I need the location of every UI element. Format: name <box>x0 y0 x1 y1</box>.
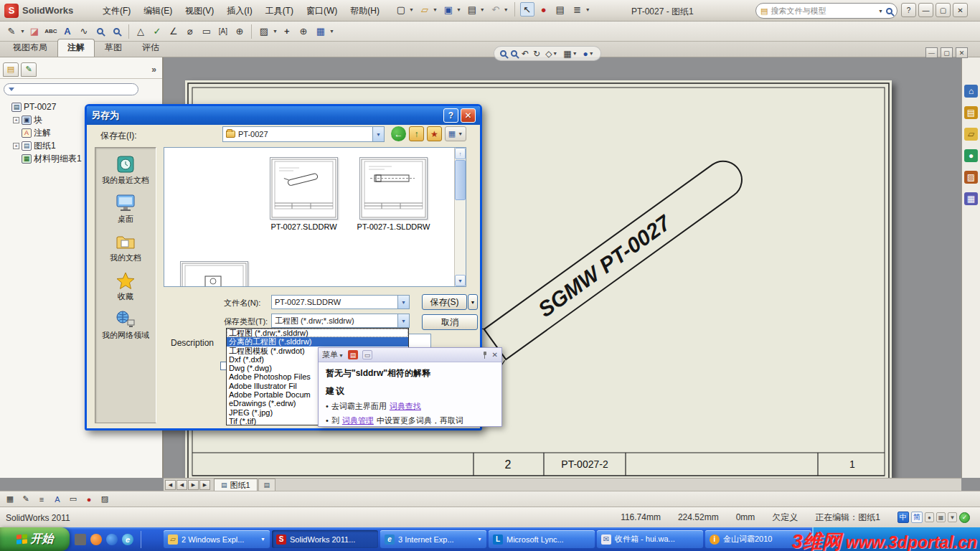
tab-evaluate[interactable]: 评估 <box>132 39 169 57</box>
place-favorites[interactable]: 收藏 <box>97 271 154 301</box>
file-list[interactable]: PT-0027.SLDDRW PT-0027-1.SLDDRW ↑ <box>164 147 466 287</box>
rebuild-button[interactable]: ● <box>537 2 551 17</box>
doc-close-button[interactable]: ✕ <box>956 47 968 58</box>
sheet-tab-active[interactable]: ▤ 图纸1 <box>214 479 258 491</box>
datum-feature-button[interactable]: [A] <box>215 24 231 39</box>
menu-help[interactable]: 帮助(H) <box>344 2 386 20</box>
close-button[interactable]: ✕ <box>953 3 968 17</box>
expander-icon[interactable]: + <box>13 143 19 149</box>
search-input[interactable] <box>771 6 875 15</box>
up-one-level-button[interactable]: ↑ <box>409 126 424 141</box>
note-tool-button[interactable]: ✎ <box>19 493 33 506</box>
menu-insert[interactable]: 插入(I) <box>220 2 258 20</box>
weld-symbol-button[interactable]: ∿ <box>76 24 92 39</box>
custom-properties-icon[interactable]: ▦ <box>964 192 978 205</box>
tab-annotation[interactable]: 注解 <box>57 39 95 57</box>
file-explorer-icon[interactable]: ▱ <box>964 128 978 141</box>
taskbar-button-solidworks[interactable]: S SolidWorks 2011... <box>272 530 378 548</box>
search-pane-icon[interactable]: ● <box>964 149 978 162</box>
select-tool-button[interactable]: ↖ <box>520 2 534 17</box>
pin-icon[interactable] <box>481 352 488 358</box>
feature-manager-tab[interactable]: ▤ <box>3 62 19 77</box>
ime-simplified-indicator[interactable]: 简 <box>911 512 923 523</box>
section-view-button[interactable]: ↻ <box>533 49 540 59</box>
sheet-format-button[interactable]: ▦ <box>3 493 17 506</box>
tree-filter-box[interactable] <box>4 83 138 95</box>
panel-flyout-chevrons[interactable]: » <box>151 65 156 75</box>
new-folder-button[interactable]: ★ <box>427 126 442 141</box>
ime-status-icon[interactable]: ✓ <box>959 512 970 523</box>
taskbar-button-lync[interactable]: L Microsoft Lync... <box>489 530 595 548</box>
place-my-documents[interactable]: 我的文档 <box>97 232 154 262</box>
file-name-label[interactable]: PT-0027.SLDDRW <box>260 222 347 231</box>
doc-restore-button[interactable]: ▢ <box>941 47 953 58</box>
open-button[interactable]: ▱▼ <box>417 2 438 17</box>
back-button[interactable]: ← <box>391 126 406 141</box>
help-button[interactable]: ? <box>901 3 916 17</box>
display-style-button[interactable]: ▦▼ <box>562 49 578 59</box>
popup-menu-button[interactable]: 菜单▼ <box>322 349 344 360</box>
file-name-label[interactable]: PT-0027-1.SLDDRW <box>350 222 437 231</box>
text-tool-button[interactable]: A <box>50 493 65 506</box>
zoom-fit-button[interactable] <box>500 49 507 59</box>
zoom-out-button[interactable] <box>93 24 108 39</box>
popup-header[interactable]: 菜单▼ ▤ ▭ ✕ <box>319 348 501 362</box>
taskbar-button-inbox[interactable]: ✉ 收件箱 - hui.wa... <box>597 530 703 548</box>
first-sheet-button[interactable]: ◀ <box>165 480 176 490</box>
diameter-dimension-button[interactable]: ⌀ <box>182 24 198 39</box>
ime-chinese-indicator[interactable]: 中 <box>897 512 909 523</box>
place-recent-documents[interactable]: 我的最近文档 <box>97 155 154 184</box>
search-scope-caret-icon[interactable]: ▼ <box>878 9 883 14</box>
last-sheet-button[interactable]: ▶ <box>199 480 210 490</box>
save-button[interactable]: 保存(S) <box>422 294 467 310</box>
scroll-down-button[interactable]: ▼ <box>455 275 466 286</box>
file-type-option-selected[interactable]: 分离的工程图 (*.slddrw) <box>227 337 408 346</box>
hide-show-items-button[interactable]: ●▼ <box>583 49 595 59</box>
dialog-close-button[interactable]: ✕ <box>461 108 476 123</box>
file-type-dropdown-icon[interactable]: ▼ <box>397 314 409 327</box>
file-thumbnail[interactable] <box>180 261 248 287</box>
menu-edit[interactable]: 编辑(E) <box>137 2 179 20</box>
file-thumbnail[interactable] <box>359 157 428 220</box>
revision-symbol-button[interactable]: ● <box>82 493 96 506</box>
scroll-up-button[interactable]: ↑ <box>455 148 466 159</box>
dictionary-manager-link[interactable]: 词典管理 <box>342 415 374 426</box>
file-list-scrollbar[interactable]: ↑ ▼ <box>454 148 466 286</box>
copy-icon[interactable]: ▭ <box>362 350 372 359</box>
menu-view[interactable]: 视图(V) <box>179 2 220 20</box>
options-button[interactable]: ≣▼ <box>570 2 591 17</box>
save-in-dropdown-icon[interactable]: ▼ <box>372 127 384 141</box>
line-format-button[interactable]: ≡ <box>34 493 49 506</box>
menu-window[interactable]: 窗口(W) <box>300 2 344 20</box>
area-hatch-button[interactable]: ▨▼ <box>255 24 278 39</box>
quick-launch-ie-icon[interactable]: e <box>122 534 133 545</box>
next-sheet-button[interactable]: ▶ <box>188 480 199 490</box>
file-thumbnail[interactable] <box>270 157 338 220</box>
save-in-combobox[interactable]: PT-0027 ▼ <box>222 126 385 142</box>
dialog-help-button[interactable]: ? <box>443 108 458 123</box>
eraser-button[interactable]: ◪ <box>27 24 42 39</box>
show-desktop-icon[interactable] <box>75 534 86 545</box>
spell-check-button[interactable]: ABC <box>43 24 59 39</box>
start-button[interactable]: 开始 <box>0 527 70 551</box>
dialog-titlebar[interactable]: 另存为 ? ✕ <box>87 106 480 125</box>
design-library-icon[interactable]: ▤ <box>964 106 978 119</box>
view-orientation-button[interactable]: ◇▼ <box>545 49 558 59</box>
ime-punctuation-icon[interactable]: ● <box>925 512 934 522</box>
property-manager-tab[interactable]: ✎ <box>21 62 37 77</box>
crosshair-button[interactable]: ⊕ <box>296 24 311 39</box>
taskbar-button-explorer[interactable]: ▱ 2 Windows Expl... ▼ <box>164 530 270 548</box>
expander-icon[interactable]: + <box>13 117 19 123</box>
place-network[interactable]: 我的网络领域 <box>97 310 154 339</box>
add-sheet-tab[interactable]: ▤ <box>258 479 275 491</box>
view-menu-button[interactable]: ▦▼ <box>445 126 466 141</box>
ime-settings-icon[interactable]: ▼ <box>948 512 957 522</box>
quick-launch-messenger-icon[interactable] <box>106 534 118 545</box>
ime-keyboard-icon[interactable]: ▦ <box>936 512 946 522</box>
dictionary-icon[interactable]: ▤ <box>348 350 358 359</box>
file-type-combobox[interactable]: 工程图 (*.drw;*.slddrw) ▼ <box>271 314 410 328</box>
undo-button[interactable]: ↶▼ <box>488 2 509 17</box>
minimize-button[interactable]: — <box>918 3 933 17</box>
move-button[interactable]: + <box>279 24 295 39</box>
file-name-combobox[interactable]: PT-0027.SLDDRW ▼ <box>271 295 410 309</box>
